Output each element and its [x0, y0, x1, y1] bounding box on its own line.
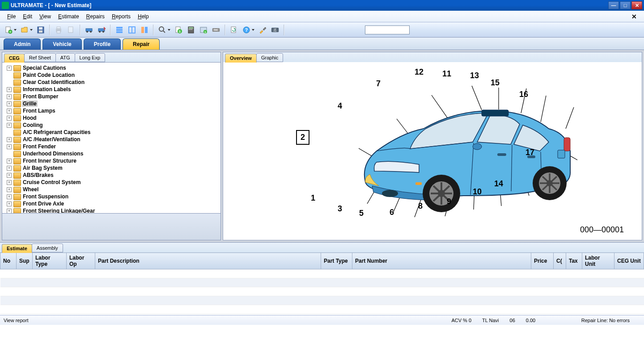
help-button[interactable]: ?	[241, 24, 252, 36]
col-labor-unit[interactable]: Labor Unit	[582, 253, 614, 269]
expand-icon[interactable]: +	[7, 66, 12, 71]
tree-item[interactable]: A/C Refrigerant Capacities	[3, 129, 220, 136]
tree-item[interactable]: +Hood	[3, 114, 220, 122]
vehicle-button-1[interactable]	[83, 24, 95, 36]
callout-14[interactable]: 14	[494, 179, 503, 189]
callout-7[interactable]: 7	[376, 79, 381, 88]
tree-item[interactable]: +Front Suspension	[3, 193, 220, 200]
tree-item[interactable]: +ABS/Brakes	[3, 172, 220, 179]
tree-item[interactable]: +Grille	[3, 100, 220, 107]
tree-item[interactable]: +Front Fender	[3, 143, 220, 150]
expand-icon[interactable]: +	[7, 187, 12, 192]
expand-icon[interactable]: +	[7, 173, 12, 178]
callout-1[interactable]: 1	[311, 193, 315, 203]
maximize-button[interactable]: □	[620, 1, 631, 9]
grid-view-3-button[interactable]	[139, 24, 150, 36]
table-row[interactable]	[0, 269, 644, 278]
callout-6[interactable]: 6	[390, 208, 394, 217]
open-button[interactable]	[19, 24, 30, 36]
grid-view-2-button[interactable]	[126, 24, 138, 36]
cp-pro-button[interactable]: CPPRO	[269, 24, 281, 36]
menu-help[interactable]: Help	[134, 12, 153, 21]
menu-repairs[interactable]: Repairs	[83, 12, 108, 21]
table-row[interactable]	[0, 305, 644, 314]
money-grid-button[interactable]: $	[198, 24, 209, 36]
menu-edit[interactable]: Edit	[19, 12, 36, 21]
parts-tree[interactable]: +Special CautionsPaint Code LocationClea…	[2, 62, 220, 213]
expand-icon[interactable]: +	[7, 180, 12, 185]
expand-icon[interactable]: +	[7, 109, 12, 113]
tree-item[interactable]: +A/C /Heater/Ventilation	[3, 136, 220, 143]
callout-12[interactable]: 12	[415, 67, 424, 77]
menu-view[interactable]: View	[36, 12, 55, 21]
vehicle-button-2[interactable]	[96, 24, 107, 36]
expand-icon[interactable]: +	[7, 123, 12, 128]
money-doc-button[interactable]: $	[173, 24, 184, 36]
menu-file[interactable]: File	[4, 12, 19, 21]
calculator-button[interactable]	[185, 24, 197, 36]
table-row[interactable]	[0, 287, 644, 296]
refresh-button[interactable]	[228, 24, 240, 36]
estimate-table[interactable]: No Sup Labor Type Labor Op Part Descript…	[0, 252, 644, 314]
expand-icon[interactable]: +	[7, 144, 12, 149]
callout-13[interactable]: 13	[470, 71, 479, 80]
subtab-overview[interactable]: Overview	[225, 54, 257, 63]
callout-5[interactable]: 5	[359, 209, 364, 218]
callout-10[interactable]: 10	[473, 187, 482, 197]
subtab-long-exp[interactable]: Long Exp	[75, 53, 105, 62]
table-row[interactable]	[0, 296, 644, 305]
print-button[interactable]	[53, 24, 64, 36]
tree-item[interactable]: +Information Labels	[3, 86, 220, 93]
tree-item[interactable]: +Front Drive Axle	[3, 200, 220, 207]
expand-icon[interactable]: +	[7, 159, 12, 164]
tree-item[interactable]: +Air Bag System	[3, 164, 220, 172]
subtab-estimate[interactable]: Estimate	[2, 244, 32, 253]
callout-16[interactable]: 16	[519, 90, 528, 99]
tree-item[interactable]: +Cruise Control System	[3, 179, 220, 186]
tree-item[interactable]: Paint Code Location	[3, 71, 220, 79]
menu-estimate[interactable]: Estimate	[55, 12, 83, 21]
tree-item[interactable]: +Front Lamps	[3, 107, 220, 114]
rmc-button[interactable]: RMC	[210, 24, 222, 36]
callout-2[interactable]: 2	[296, 130, 309, 145]
col-cc[interactable]: C(	[554, 253, 566, 269]
expand-icon[interactable]: +	[7, 209, 12, 214]
expand-icon[interactable]: +	[7, 94, 12, 99]
toolbar-search-input[interactable]	[365, 25, 410, 34]
subtab-ceg[interactable]: CEG	[4, 54, 25, 63]
col-labor-op[interactable]: Labor Op	[67, 253, 95, 269]
callout-4[interactable]: 4	[338, 101, 342, 111]
tree-item[interactable]: Underhood Dimensions	[3, 150, 220, 157]
col-ceg-unit[interactable]: CEG Unit	[614, 253, 644, 269]
table-row[interactable]	[0, 278, 644, 287]
col-tax[interactable]: Tax	[566, 253, 582, 269]
search-button[interactable]	[157, 24, 168, 36]
col-no[interactable]: No	[0, 253, 17, 269]
callout-8[interactable]: 8	[418, 201, 423, 211]
tree-item[interactable]: +Front Inner Structure	[3, 157, 220, 164]
col-labor-type[interactable]: Labor Type	[33, 253, 67, 269]
expand-icon[interactable]: +	[7, 201, 12, 206]
tab-profile[interactable]: Profile	[84, 38, 121, 50]
callout-15[interactable]: 15	[491, 78, 500, 88]
callout-11[interactable]: 11	[442, 69, 451, 79]
vehicle-diagram[interactable]: 1 2 3 4 5 6 7 8 9 10 11 12 13 14 15 16 1…	[223, 62, 642, 240]
subtab-atg[interactable]: ATG	[55, 53, 75, 62]
subtab-assembly[interactable]: Assembly	[32, 243, 63, 252]
expand-icon[interactable]: +	[7, 194, 12, 199]
close-button[interactable]: ✕	[631, 1, 642, 9]
tree-item[interactable]: +Front Bumper	[3, 93, 220, 100]
print-preview-button[interactable]	[65, 24, 77, 36]
tree-item[interactable]: +Special Cautions	[3, 64, 220, 71]
tab-repair[interactable]: Repair	[123, 38, 160, 50]
tree-item[interactable]: +Cooling	[3, 122, 220, 129]
expand-icon[interactable]: +	[7, 116, 12, 121]
callout-3[interactable]: 3	[338, 204, 342, 214]
col-price[interactable]: Price	[531, 253, 554, 269]
col-part-num[interactable]: Part Number	[352, 253, 531, 269]
mdi-close-button[interactable]: ✕	[628, 13, 640, 20]
subtab-ref-sheet[interactable]: Ref Sheet	[24, 53, 56, 62]
tab-admin[interactable]: Admin	[4, 38, 41, 50]
expand-icon[interactable]: +	[7, 166, 12, 171]
expand-icon[interactable]: +	[7, 137, 12, 142]
